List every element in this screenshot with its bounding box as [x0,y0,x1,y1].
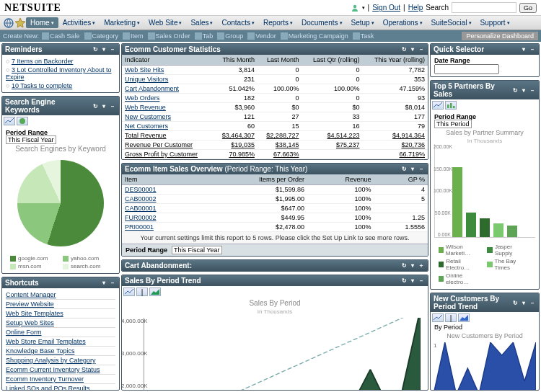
refresh-icon[interactable]: ↻ [511,299,519,306]
user-icon[interactable] [351,4,359,12]
toolbar-cash-sale[interactable]: Cash Sale [40,32,82,40]
item-link[interactable]: CAB00002 [125,195,157,202]
menu-home[interactable]: Home ▾ [26,17,58,28]
shortcut-item[interactable]: Web Store Email Templates [6,337,115,347]
menu-support[interactable]: Support ▾ [476,17,514,28]
minimize-icon[interactable]: － [109,102,116,110]
shortcut-item[interactable]: Shopping Analysis by Category [6,356,115,365]
toolbar-category[interactable]: Category [83,32,120,40]
menu-operations[interactable]: Operations ▾ [379,17,427,28]
search-go-button[interactable]: Go [519,3,537,13]
chart-area-icon[interactable] [149,288,161,296]
global-search-input[interactable] [452,2,516,13]
shortcut-item[interactable]: Setup Web Sites [6,318,115,328]
refresh-icon[interactable]: ↻ [400,277,408,285]
minimize-icon[interactable]: － [418,277,425,285]
menu-activities[interactable]: Activities ▾ [58,17,100,28]
reminder-item[interactable]: 7 Items on Backorder [6,57,115,66]
refresh-icon[interactable]: ↻ [92,102,99,110]
expand-icon[interactable]: ＋ [418,262,425,270]
world-icon[interactable] [3,17,14,29]
shortcut-item[interactable]: Online Form [6,328,115,337]
shortcut-item[interactable]: Web Site Templates [6,309,115,318]
caret-down-icon[interactable]: ▾ [100,46,107,53]
reminder-item[interactable]: 10 Tasks to complete [6,81,115,90]
refresh-icon[interactable]: ↻ [92,46,99,53]
toolbar-sales-order[interactable]: Sales Order [146,32,192,40]
item-link[interactable]: PRI00001 [125,223,154,231]
caret-down-icon[interactable]: ▾ [520,46,527,53]
caret-down-icon[interactable]: ▾ [100,102,107,110]
indicator-link[interactable]: Web Site Hits [125,66,164,74]
minimize-icon[interactable]: － [529,46,536,53]
chart-area-icon[interactable] [458,313,470,322]
minimize-icon[interactable]: － [418,166,425,173]
star-icon[interactable] [14,17,26,29]
shortcut-item[interactable]: Linked SOs and POs Results [6,384,115,390]
caret-down-icon[interactable]: ▾ [409,262,416,270]
indicator-link[interactable]: Net Customers [125,122,168,130]
chart-pie-icon[interactable] [17,117,28,125]
menu-contacts[interactable]: Contacts ▾ [217,17,258,28]
toolbar-item[interactable]: Item [121,32,145,40]
menu-reports[interactable]: Reports ▾ [259,17,297,28]
sek-period-select[interactable]: This Fiscal Year [6,135,56,144]
indicator-link[interactable]: Web Orders [125,94,159,102]
shortcuts-title: Shortcuts [5,279,39,287]
menu-sales[interactable]: Sales ▾ [186,17,217,28]
svg-rect-4 [450,103,452,108]
caret-down-icon[interactable]: ▾ [520,299,527,306]
minimize-icon[interactable]: － [418,46,425,53]
shortcut-item[interactable]: Ecomm Inventory Turnover [6,375,115,384]
caret-down-icon[interactable]: ▾ [520,86,527,94]
toolbar-task[interactable]: Task [351,32,376,40]
chart-line-icon[interactable] [432,313,444,322]
eiso-period-select[interactable]: This Fiscal Year [172,246,222,254]
caret-down-icon[interactable]: ▾ [409,46,416,53]
chart-line-icon[interactable] [4,117,15,125]
refresh-icon[interactable]: ↻ [400,46,408,53]
sign-out-link[interactable]: Sign Out [372,4,400,12]
personalize-dashboard-button[interactable]: Personalize Dashboard [462,32,538,40]
help-link[interactable]: Help [408,4,423,12]
create-new-label: Create New: [3,32,39,40]
chart-line-icon[interactable] [432,101,444,110]
chart-line-icon[interactable] [123,288,135,296]
toolbar-group[interactable]: Group [216,32,245,40]
refresh-icon[interactable]: ↻ [400,166,408,173]
col-header: This Month [213,55,258,66]
refresh-icon[interactable]: ↻ [400,262,408,270]
menu-setup[interactable]: Setup ▾ [347,17,379,28]
toolbar-marketing-campaign[interactable]: Marketing Campaign [279,32,350,40]
chart-bar-icon[interactable] [445,101,457,110]
menu-suitesocial[interactable]: SuiteSocial ▾ [427,17,476,28]
minimize-icon[interactable]: － [109,280,116,287]
minimize-icon[interactable]: － [109,46,116,53]
caret-down-icon[interactable]: ▾ [409,166,416,173]
item-link[interactable]: CAB00001 [125,205,157,212]
shortcut-item[interactable]: Preview Website [6,300,115,309]
item-link[interactable]: FUR00002 [125,214,157,221]
toolbar-vendor[interactable]: Vendor [246,32,278,40]
indicator-link[interactable]: Unique Visitors [125,76,168,83]
shortcut-item[interactable]: Content Manager [6,290,115,300]
menu-marketing[interactable]: Marketing ▾ [100,17,144,28]
minimize-icon[interactable]: － [529,86,536,94]
indicator-link[interactable]: Cart Abandonment [125,85,179,92]
indicator-link[interactable]: Web Revenue [125,104,166,111]
tp-period-select[interactable]: This Period [434,120,472,128]
minimize-icon[interactable]: － [529,299,536,306]
menu-web-site[interactable]: Web Site ▾ [144,17,186,28]
shortcut-item[interactable]: Ecomm Current Inventory Status [6,365,115,375]
item-link[interactable]: DES00001 [125,186,157,193]
shortcut-item[interactable]: Knowledge Base Topics [6,347,115,356]
qs-date-range-input[interactable] [434,64,499,74]
caret-down-icon[interactable]: ▾ [409,277,416,285]
toolbar-tab[interactable]: Tab [193,32,215,40]
menu-documents[interactable]: Documents ▾ [297,17,347,28]
reminder-item[interactable]: 3 Lot Controlled Inventory About to Expi… [6,66,115,81]
caret-down-icon[interactable]: ▾ [100,280,107,287]
user-dropdown-caret[interactable]: ▾ [362,5,365,11]
indicator-link[interactable]: New Customers [125,113,171,120]
refresh-icon[interactable]: ↻ [511,86,519,94]
